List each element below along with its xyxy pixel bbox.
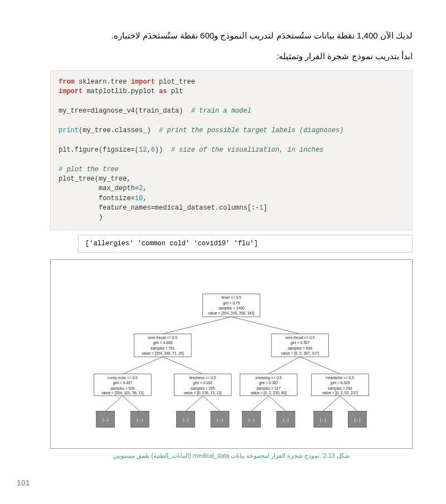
svg-text:runny nose <= 0.5: runny nose <= 0.5 — [108, 376, 138, 380]
page-number: 101 — [17, 478, 30, 487]
svg-text:gini = 0.606: gini = 0.606 — [153, 341, 172, 345]
tree-node-l2-4: headache <= 0.5 gini = 0.309 samples = 2… — [312, 374, 369, 396]
svg-line-10 — [251, 396, 269, 411]
svg-line-0 — [163, 317, 231, 334]
code-text: feature_names=medical_dataset.columns[:- — [59, 204, 259, 212]
svg-text:gini = 0.387: gini = 0.387 — [259, 381, 278, 385]
svg-text:value = [354, 340, 71, 26]: value = [354, 340, 71, 26] — [142, 351, 183, 356]
tree-leaf: (...) — [348, 411, 366, 427]
kw-import: import — [59, 88, 83, 95]
code-text: plot_tree(my_tree, — [59, 175, 131, 183]
code-number: 6 — [151, 146, 155, 154]
svg-text:gini = 0.75: gini = 0.75 — [223, 301, 240, 305]
svg-line-8 — [186, 396, 203, 411]
code-block: from sklearn.tree import plot_tree impor… — [50, 70, 413, 230]
output-block: ['allergies' 'common cold' 'covid19' 'fl… — [78, 235, 413, 253]
tree-leaf: (...) — [96, 411, 115, 427]
code-text: fontsize= — [59, 195, 135, 202]
svg-text:(...): (...) — [320, 418, 326, 422]
svg-text:sneezing <= 0.5: sneezing <= 0.5 — [255, 376, 282, 380]
svg-line-1 — [231, 317, 300, 334]
intro-paragraph-2: ابدأ بتدريب نموذج شجرة القرار وتمثيله: — [33, 49, 413, 64]
svg-line-5 — [300, 357, 340, 374]
intro-paragraph-1: لديك الآن 1,400 نقطة بيانات ستُستخدَم لت… — [33, 28, 413, 43]
svg-text:(...): (...) — [354, 418, 360, 422]
svg-text:sore throat <= 0.5: sore throat <= 0.5 — [285, 336, 315, 340]
svg-text:gini = 0.309: gini = 0.309 — [331, 381, 350, 385]
tree-node-l2-2: tiredness <= 0.5 gini = 0.182 samples = … — [174, 374, 231, 396]
svg-text:value = [0, 5, 287, 317]: value = [0, 5, 287, 317] — [281, 351, 319, 356]
code-text: ] — [263, 204, 267, 212]
caption-pre: شكل 2.13: نموذج شجرة القرار لمجموعة بيان… — [229, 452, 350, 459]
tree-leaf: (...) — [176, 411, 195, 427]
svg-text:sore throat <= 0.5: sore throat <= 0.5 — [148, 336, 178, 340]
code-comment: # size of the visualization, in inches — [171, 146, 324, 154]
tree-leaf: (...) — [277, 411, 295, 427]
code-text: (my_tree.classes_) — [79, 127, 159, 134]
svg-line-2 — [123, 357, 163, 374]
svg-text:gini = 0.507: gini = 0.507 — [290, 341, 310, 345]
svg-text:samples = 265: samples = 265 — [191, 386, 215, 390]
tree-root-node: fever <= 0.5 gini = 0.75 samples = 1400 … — [203, 294, 260, 317]
svg-text:value = [354, 101, 58, 13]: value = [354, 101, 58, 13] — [101, 391, 143, 395]
svg-text:tiredness <= 0.5: tiredness <= 0.5 — [190, 376, 216, 380]
code-text: plt — [167, 88, 183, 95]
svg-text:(...): (...) — [217, 418, 223, 422]
svg-text:headache <= 0.5: headache <= 0.5 — [326, 376, 354, 380]
kw-print: print — [59, 127, 79, 134]
svg-text:samples = 791: samples = 791 — [151, 346, 175, 351]
caption-dataset: medical_data — [193, 452, 229, 459]
svg-line-4 — [269, 357, 300, 374]
svg-text:samples = 609: samples = 609 — [288, 346, 312, 351]
code-text: , — [143, 195, 147, 202]
tree-node-l1-left: sore throat <= 0.5 gini = 0.606 samples … — [134, 334, 191, 357]
code-text: matplotlib.pyplot — [83, 88, 159, 95]
kw-import: import — [131, 78, 155, 86]
svg-line-3 — [163, 357, 203, 374]
code-text: sklearn.tree — [75, 78, 131, 86]
tree-leaf: (...) — [243, 411, 261, 427]
decision-tree-figure: fever <= 0.5 gini = 0.75 samples = 1400 … — [50, 259, 413, 449]
svg-line-13 — [340, 396, 357, 411]
code-text: , — [143, 185, 147, 192]
svg-text:gini = 0.497: gini = 0.497 — [113, 381, 133, 385]
svg-text:(...): (...) — [283, 418, 289, 422]
svg-text:samples = 292: samples = 292 — [328, 386, 352, 390]
svg-text:samples = 526: samples = 526 — [110, 386, 135, 390]
code-text: plot_tree — [155, 78, 195, 86]
svg-text:(...): (...) — [103, 418, 109, 422]
tree-svg: fever <= 0.5 gini = 0.75 samples = 1400 … — [56, 271, 406, 443]
svg-text:(...): (...) — [137, 418, 143, 422]
svg-text:samples = 317: samples = 317 — [256, 386, 281, 390]
svg-text:(...): (...) — [182, 418, 188, 422]
code-text: )) — [155, 146, 171, 154]
code-comment: # plot the tree — [59, 166, 119, 173]
code-text: ) — [59, 214, 103, 221]
svg-line-12 — [323, 396, 340, 411]
tree-node-l2-3: sneezing <= 0.5 gini = 0.387 samples = 3… — [240, 374, 297, 396]
kw-from: from — [59, 78, 75, 86]
svg-line-7 — [123, 396, 140, 411]
code-text: plt.figure(figsize=( — [59, 146, 139, 154]
svg-line-9 — [203, 396, 220, 411]
code-comment: # print the possible target labels (diag… — [159, 127, 343, 134]
svg-line-6 — [105, 396, 123, 411]
svg-text:value = [0, 3, 52, 237]: value = [0, 3, 52, 237] — [322, 391, 358, 395]
tree-leaf: (...) — [130, 411, 149, 427]
caption-post: (البيانات_الطبية) بعُمق مستويين — [113, 452, 193, 459]
code-number: 12 — [139, 146, 147, 154]
code-text: max_depth= — [59, 185, 139, 192]
code-text: , — [147, 146, 151, 154]
svg-text:value = [0, 2, 235, 80]: value = [0, 2, 235, 80] — [251, 391, 287, 395]
svg-line-11 — [269, 396, 286, 411]
tree-leaf: (...) — [314, 411, 332, 427]
tree-node-l2-1: runny nose <= 0.5 gini = 0.497 samples =… — [94, 374, 152, 396]
tree-leaf: (...) — [211, 411, 229, 427]
figure-caption: شكل 2.13: نموذج شجرة القرار لمجموعة بيان… — [50, 452, 413, 459]
svg-text:(...): (...) — [249, 418, 255, 422]
svg-text:fever <= 0.5: fever <= 0.5 — [221, 295, 241, 299]
code-text: my_tree=diagnose_v4(train_data) — [59, 107, 191, 115]
page-container: لديك الآن 1,400 نقطة بيانات ستُستخدَم لت… — [0, 0, 446, 504]
tree-node-l1-right: sore throat <= 0.5 gini = 0.507 samples … — [272, 334, 329, 357]
kw-as: as — [159, 88, 167, 95]
